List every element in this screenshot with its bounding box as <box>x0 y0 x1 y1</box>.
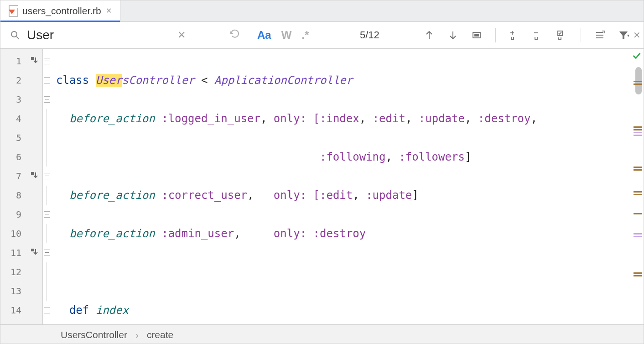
svg-rect-6 <box>475 34 478 36</box>
overrides-icon[interactable] <box>30 56 38 66</box>
stripe-marker[interactable] <box>634 275 642 276</box>
overrides-icon[interactable] <box>30 248 38 258</box>
stripe-marker[interactable] <box>634 81 642 82</box>
stripe-marker[interactable] <box>634 83 642 85</box>
regex-toggle[interactable]: .* <box>301 29 309 42</box>
chevron-right-icon: › <box>135 329 139 340</box>
breadcrumb-item[interactable]: UsersController <box>61 329 127 340</box>
stripe-marker[interactable] <box>634 236 642 237</box>
fold-toggle-icon[interactable] <box>44 211 50 218</box>
stripe-marker[interactable] <box>634 213 642 214</box>
select-all-button[interactable] <box>467 26 486 44</box>
line-number-gutter: 1 2 3 4 5 6 7 8 9 10 11 12 13 14 <box>0 49 26 324</box>
svg-marker-0 <box>9 10 15 14</box>
fold-toggle-icon[interactable] <box>44 173 50 179</box>
error-stripe[interactable] <box>632 49 644 324</box>
close-tab-icon[interactable]: ✕ <box>106 7 112 15</box>
stripe-marker[interactable] <box>634 191 642 193</box>
fold-gutter <box>42 49 53 324</box>
close-find-bar-icon[interactable]: ✕ <box>633 30 641 41</box>
match-count: 5/12 <box>319 29 420 41</box>
stripe-marker[interactable] <box>634 132 642 133</box>
search-history-icon[interactable] <box>223 29 247 42</box>
code-content[interactable]: class UsersController < ApplicationContr… <box>53 49 632 324</box>
stripe-marker[interactable] <box>634 272 642 274</box>
filter-lines-button[interactable] <box>590 26 609 44</box>
search-input[interactable] <box>26 27 174 43</box>
search-icon <box>10 30 21 41</box>
breadcrumb-bar: UsersController › create <box>0 324 644 344</box>
stripe-marker[interactable] <box>634 135 642 136</box>
tab-filename: users_controller.rb <box>22 5 101 16</box>
fold-toggle-icon[interactable] <box>44 77 50 83</box>
clear-search-icon[interactable]: ✕ <box>174 29 189 41</box>
stripe-marker[interactable] <box>634 126 642 128</box>
svg-marker-23 <box>619 31 628 39</box>
inspection-ok-icon <box>632 51 642 63</box>
svg-point-1 <box>11 31 17 37</box>
stripe-marker[interactable] <box>634 233 642 235</box>
prev-match-button[interactable] <box>420 26 439 44</box>
code-editor[interactable]: 1 2 3 4 5 6 7 8 9 10 11 12 13 14 <box>0 49 644 324</box>
fold-toggle-icon[interactable] <box>44 250 50 256</box>
breadcrumb-item[interactable]: create <box>147 329 173 340</box>
svg-line-2 <box>16 36 19 39</box>
next-match-button[interactable] <box>443 26 462 44</box>
file-tab-active[interactable]: users_controller.rb ✕ <box>0 0 120 21</box>
filter-button[interactable]: ▾ <box>614 26 633 44</box>
words-toggle[interactable]: W <box>281 29 292 42</box>
stripe-marker[interactable] <box>634 194 642 195</box>
overrides-icon[interactable] <box>30 171 38 181</box>
svg-rect-24 <box>31 57 34 60</box>
svg-rect-28 <box>31 249 34 251</box>
stripe-marker[interactable] <box>634 169 642 171</box>
select-all-occurrences-button[interactable] <box>552 26 571 44</box>
fold-toggle-icon[interactable] <box>44 58 50 64</box>
fold-toggle-icon[interactable] <box>44 307 50 313</box>
fold-toggle-icon[interactable] <box>44 96 50 103</box>
svg-rect-26 <box>31 172 34 175</box>
stripe-marker[interactable] <box>634 129 642 130</box>
stripe-marker[interactable] <box>634 167 642 168</box>
gutter-icons <box>26 49 42 324</box>
remove-selection-button[interactable] <box>529 26 548 44</box>
ruby-file-icon <box>9 5 18 17</box>
editor-tab-bar: users_controller.rb ✕ <box>0 0 644 22</box>
add-selection-button[interactable] <box>505 26 524 44</box>
match-case-toggle[interactable]: Aa <box>257 29 271 42</box>
find-toolbar: ✕ Aa W .* 5/12 ▾ ✕ <box>0 22 644 49</box>
